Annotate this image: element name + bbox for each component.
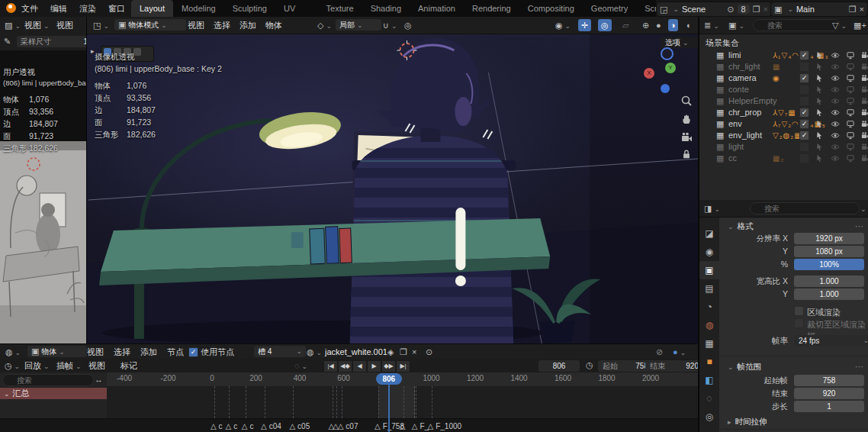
properties-tab-collection[interactable]: ▦ xyxy=(699,334,719,353)
properties-tab-physics[interactable]: ◌ xyxy=(699,389,719,408)
camera-view-icon[interactable] xyxy=(680,131,693,143)
editor-type-icon[interactable]: ◨⌄ xyxy=(702,200,722,217)
topbar-menu-2[interactable]: 渲染 xyxy=(78,0,98,17)
outliner-item-conte[interactable]: ▦conte xyxy=(699,84,868,95)
shading-material-icon[interactable]: ◑ xyxy=(668,19,678,31)
item-name[interactable]: env xyxy=(728,118,742,130)
visibility-dropdown-icon[interactable]: ◉⌄ xyxy=(554,17,572,34)
timeline-key-area[interactable] xyxy=(107,386,698,418)
item-hide-toggle[interactable] xyxy=(831,74,840,82)
item-checkbox[interactable] xyxy=(799,85,809,95)
outliner-item-env[interactable]: ▦env⅄₇▽₂◠₄⋔₄▦₅✓ xyxy=(699,118,868,130)
zoom-icon[interactable] xyxy=(680,95,693,107)
item-name[interactable]: chr_prop xyxy=(728,107,761,118)
item-selectable-toggle[interactable] xyxy=(815,85,824,94)
item-render-toggle[interactable] xyxy=(860,108,868,117)
item-checkbox[interactable] xyxy=(799,142,809,152)
item-selectable-toggle[interactable] xyxy=(815,154,824,163)
marker-c[interactable]: △c xyxy=(242,422,254,431)
item-name[interactable]: chr_light xyxy=(728,61,760,73)
properties-tab-tool[interactable]: ◪ xyxy=(699,224,719,243)
material-icon[interactable]: ◍⌄ xyxy=(305,344,323,359)
prop-field-%[interactable]: 100% xyxy=(794,259,864,270)
marker-F_[interactable]: △F_ xyxy=(412,422,429,431)
item-render-toggle[interactable] xyxy=(860,131,868,140)
item-checkbox[interactable]: ✓ xyxy=(799,131,809,140)
viewport-menu-1[interactable]: 选择 xyxy=(212,17,232,34)
timeline-search-input[interactable] xyxy=(2,374,94,386)
current-frame-badge[interactable]: 806 xyxy=(376,373,402,385)
item-name[interactable]: conte xyxy=(728,84,749,95)
item-render-toggle[interactable] xyxy=(860,51,868,60)
prev-keyframe-button[interactable]: ◀◆ xyxy=(338,360,352,372)
sample-size-field[interactable]: 采样尺寸 1 xyxy=(17,36,87,47)
filter-icon[interactable]: ▽⌄ xyxy=(831,17,848,34)
item-name[interactable]: camera xyxy=(728,73,757,84)
marker-c07[interactable]: △c07 xyxy=(338,422,358,431)
stopwatch-icon[interactable]: ◷ xyxy=(586,360,593,370)
item-viewport-toggle[interactable] xyxy=(846,63,855,71)
mode-dropdown[interactable]: ▣ 物体模式⌄ xyxy=(114,19,186,31)
timeline-ruler[interactable]: -400-20002004006001000120014001600180020… xyxy=(107,372,698,387)
viewport-menu-2[interactable]: 添加 xyxy=(238,17,258,34)
item-checkbox[interactable]: ✓ xyxy=(799,73,809,83)
view-layer-selector[interactable]: ▣ ⌄ Main ❐ × xyxy=(770,2,868,17)
workspace-tab-texture-paint[interactable]: Texture Paint xyxy=(318,0,362,17)
shader-menu-0[interactable]: 视图 xyxy=(85,344,105,359)
chevron-down-icon[interactable]: ⌄ xyxy=(860,205,866,213)
editor-type-icon[interactable]: ◍⌄ xyxy=(4,344,22,359)
timeline-menu-1[interactable]: 插帧⌄ xyxy=(55,359,83,372)
item-selectable-toggle[interactable] xyxy=(815,51,824,60)
xray-toggle-icon[interactable]: ▱ xyxy=(621,17,630,34)
pin-icon[interactable]: ⊙ xyxy=(424,344,434,359)
topbar-menu-3[interactable]: 窗口 xyxy=(107,0,127,17)
shading-rendered-icon[interactable]: ◐ xyxy=(685,17,693,34)
eyedropper-icon[interactable]: ✎ xyxy=(4,37,11,47)
workspace-tab-geometry-nodes[interactable]: Geometry Nodes xyxy=(583,0,636,17)
timeline-menu-0[interactable]: 回放⌄ xyxy=(23,359,51,372)
axis-gizmo-x[interactable]: X xyxy=(644,68,654,79)
auto-keying-icon[interactable]: ◌⌄ xyxy=(293,359,309,372)
copy-icon[interactable]: ❐ xyxy=(849,5,857,15)
item-name[interactable]: env_light xyxy=(728,130,762,141)
marker-c[interactable]: △c xyxy=(211,422,223,431)
swap-icon[interactable]: ↔ xyxy=(95,375,103,384)
blender-logo[interactable] xyxy=(6,3,16,13)
shader-menu-2[interactable]: 添加 xyxy=(139,344,159,359)
item-name[interactable]: HelperEmpty xyxy=(728,95,777,107)
item-hide-toggle[interactable] xyxy=(831,97,840,105)
scene-collection-row[interactable]: 场景集合 xyxy=(706,37,739,49)
toolbar-expand-arrow[interactable]: ▸ xyxy=(91,47,95,55)
item-checkbox[interactable] xyxy=(799,62,809,72)
outliner-item-limi[interactable]: ▦limi⅄₁▽₄◠₂⋔₄ ▦₃✓ xyxy=(699,50,868,61)
item-viewport-toggle[interactable] xyxy=(846,74,855,82)
item-viewport-toggle[interactable] xyxy=(846,154,855,163)
prop-field-[interactable]: 1 xyxy=(794,401,864,412)
panel-options-icon[interactable]: ⋯ xyxy=(855,221,863,231)
pin-icon[interactable]: ⊙ xyxy=(727,5,734,15)
options-button[interactable]: 选项⌄ xyxy=(661,37,698,48)
item-hide-toggle[interactable] xyxy=(831,154,840,163)
frame-range-panel-header[interactable]: ⌄帧范围 xyxy=(725,362,761,372)
item-render-toggle[interactable] xyxy=(860,154,868,163)
view-layer-name[interactable]: Main xyxy=(796,5,846,14)
item-viewport-toggle[interactable] xyxy=(846,108,855,117)
axis-gizmo-y[interactable]: Y xyxy=(665,63,676,73)
properties-tab-constraints[interactable]: ◎ xyxy=(699,408,719,426)
item-render-toggle[interactable] xyxy=(860,143,868,151)
item-name[interactable]: cc xyxy=(728,153,737,164)
gizmos-toggle-icon[interactable]: ✛ xyxy=(578,19,591,31)
marker-c[interactable]: △c xyxy=(225,422,237,431)
jump-to-start-button[interactable]: |◀ xyxy=(323,360,338,372)
workspace-tab-compositing[interactable]: Compositing xyxy=(519,0,583,17)
copy-icon[interactable]: ❐ xyxy=(753,5,760,15)
item-viewport-toggle[interactable] xyxy=(846,97,855,105)
item-checkbox[interactable]: ✓ xyxy=(799,50,809,60)
workspace-tab-animation[interactable]: Animation xyxy=(410,0,464,17)
prop-field-X[interactable]: 1.000 xyxy=(794,276,864,287)
item-render-toggle[interactable] xyxy=(860,85,868,94)
item-selectable-toggle[interactable] xyxy=(815,120,824,128)
editor-type-icon[interactable]: ≣⌄ xyxy=(702,17,721,34)
topbar-menu-0[interactable]: 文件 xyxy=(20,0,40,17)
frame-end-field[interactable]: 结束 920 xyxy=(645,360,698,372)
